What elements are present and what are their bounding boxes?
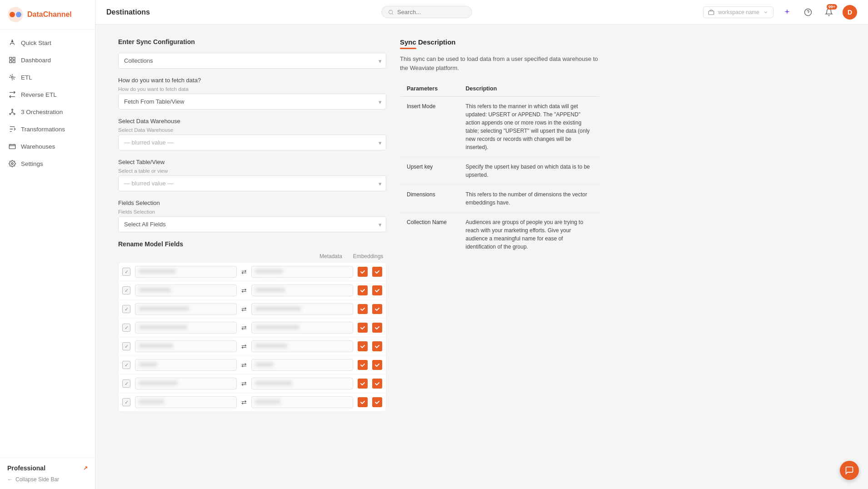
fields-select[interactable]: Select All Fields: [118, 216, 386, 232]
field-checkbox-1[interactable]: ✓: [122, 268, 130, 276]
table-select[interactable]: — blurred value —: [118, 175, 386, 191]
field-input-1[interactable]: [135, 266, 237, 278]
fetch-data-question: How do you want to fetch data?: [118, 77, 386, 84]
metadata-check-2[interactable]: [358, 285, 368, 295]
field-checkbox-3[interactable]: ✓: [122, 305, 130, 313]
etl-icon: [8, 73, 16, 81]
field-checkbox-7[interactable]: ✓: [122, 379, 130, 388]
field-input-7[interactable]: [135, 378, 237, 389]
collapse-label: Collapse Side Bar: [15, 476, 59, 483]
embeddings-check-2[interactable]: [372, 285, 382, 295]
field-output-1[interactable]: [251, 266, 353, 278]
field-input-4[interactable]: [135, 322, 237, 334]
metadata-check-4[interactable]: [358, 323, 368, 333]
field-checkbox-8[interactable]: ✓: [122, 398, 130, 406]
search-input[interactable]: [397, 9, 465, 15]
field-output-6[interactable]: [251, 359, 353, 371]
fetch-data-select-wrapper: Fetch From Table/View ▾: [118, 94, 386, 110]
external-link-icon[interactable]: ↗: [83, 465, 88, 471]
transfer-arrow-2: ⇄: [241, 287, 247, 294]
transfer-arrow-8: ⇄: [241, 399, 247, 406]
user-avatar[interactable]: D: [843, 5, 857, 20]
sidebar-item-settings[interactable]: Settings: [0, 155, 95, 172]
embeddings-check-1[interactable]: [372, 267, 382, 277]
field-checkbox-4[interactable]: ✓: [122, 324, 130, 332]
metadata-check-8[interactable]: [358, 397, 368, 407]
sidebar-item-label-transformations: Transformations: [21, 126, 65, 133]
sidebar: DataChannel Quick Start Dashboard ETL: [0, 0, 95, 489]
fetch-data-sublabel: How do you want to fetch data: [118, 86, 386, 92]
embeddings-check-8[interactable]: [372, 397, 382, 407]
fetch-data-select[interactable]: Fetch From Table/View: [118, 94, 386, 110]
svg-point-12: [11, 163, 13, 165]
sparkle-button[interactable]: [780, 5, 794, 20]
param-desc-3: This refers to the number of dimensions …: [459, 185, 600, 213]
field-input-2[interactable]: [135, 284, 237, 296]
field-checkbox-5[interactable]: ✓: [122, 342, 130, 350]
field-output-5[interactable]: [251, 340, 353, 352]
field-checkbox-2[interactable]: ✓: [122, 286, 130, 294]
question-icon: [804, 8, 812, 16]
table-row: ✓ ⇄: [119, 281, 386, 300]
orchestration-icon: [8, 108, 16, 116]
sidebar-item-dashboard[interactable]: Dashboard: [0, 51, 95, 69]
embeddings-check-3[interactable]: [372, 304, 382, 314]
field-output-4[interactable]: [251, 322, 353, 334]
sidebar-nav: Quick Start Dashboard ETL Reverse ETL: [0, 30, 95, 458]
svg-point-7: [11, 76, 13, 78]
svg-rect-11: [9, 145, 15, 149]
sidebar-item-etl[interactable]: ETL: [0, 69, 95, 86]
param-name-3: Dimensions: [400, 185, 459, 213]
field-output-8[interactable]: [251, 396, 353, 408]
table-row: Dimensions This refers to the number of …: [400, 185, 600, 213]
metadata-check-7[interactable]: [358, 379, 368, 389]
field-output-7[interactable]: [251, 378, 353, 389]
notification-button[interactable]: 99+: [822, 5, 836, 20]
embeddings-check-4[interactable]: [372, 323, 382, 333]
sidebar-item-label-etl: ETL: [21, 74, 32, 81]
metadata-check-1[interactable]: [358, 267, 368, 277]
transfer-arrow-3: ⇄: [241, 305, 247, 313]
field-input-3[interactable]: [135, 303, 237, 315]
table-row: ✓ ⇄: [119, 393, 386, 411]
field-checkbox-6[interactable]: ✓: [122, 361, 130, 369]
fetch-data-group: How do you want to fetch data? How do yo…: [118, 77, 386, 110]
field-output-2[interactable]: [251, 284, 353, 296]
workspace-label: workspace name: [718, 9, 759, 15]
sidebar-item-label-quickstart: Quick Start: [21, 40, 51, 46]
chat-bubble-button[interactable]: [840, 461, 859, 480]
sidebar-item-reverse-etl[interactable]: Reverse ETL: [0, 86, 95, 103]
svg-point-13: [389, 10, 392, 14]
table-row: ✓ ⇄: [119, 374, 386, 393]
field-input-5[interactable]: [135, 340, 237, 352]
sidebar-item-orchestration[interactable]: 3 Orchestration: [0, 103, 95, 120]
fields-scroll-area[interactable]: ✓ ⇄ ✓ ⇄ ✓: [118, 262, 386, 412]
workspace-selector[interactable]: workspace name: [703, 6, 773, 18]
metadata-check-3[interactable]: [358, 304, 368, 314]
warehouse-select[interactable]: — blurred value —: [118, 135, 386, 150]
field-input-8[interactable]: [135, 396, 237, 408]
svg-point-9: [10, 113, 11, 115]
embeddings-check-7[interactable]: [372, 379, 382, 389]
chat-icon: [845, 466, 854, 475]
collapse-sidebar-button[interactable]: ← Collapse Side Bar: [7, 476, 88, 483]
sidebar-item-quickstart[interactable]: Quick Start: [0, 34, 95, 51]
sidebar-item-transformations[interactable]: Transformations: [0, 120, 95, 138]
metadata-check-6[interactable]: [358, 360, 368, 370]
avatar-initial: D: [848, 9, 852, 16]
sidebar-item-warehouses[interactable]: Warehouses: [0, 138, 95, 155]
transformations-icon: [8, 125, 16, 133]
fields-selection-sublabel: Fields Selection: [118, 209, 386, 215]
metadata-check-5[interactable]: [358, 341, 368, 351]
field-input-6[interactable]: [135, 359, 237, 371]
collections-select[interactable]: Collections: [118, 53, 386, 69]
param-desc-1: This refers to the manner in which data …: [459, 97, 600, 157]
field-output-3[interactable]: [251, 303, 353, 315]
main-area: Destinations workspace name 99+ D: [95, 0, 868, 489]
help-button[interactable]: [801, 5, 815, 20]
embeddings-check-6[interactable]: [372, 360, 382, 370]
search-box[interactable]: [381, 6, 472, 18]
sidebar-bottom: Professional ↗ ← Collapse Side Bar: [0, 458, 95, 489]
embeddings-check-5[interactable]: [372, 341, 382, 351]
svg-point-2: [16, 12, 21, 17]
